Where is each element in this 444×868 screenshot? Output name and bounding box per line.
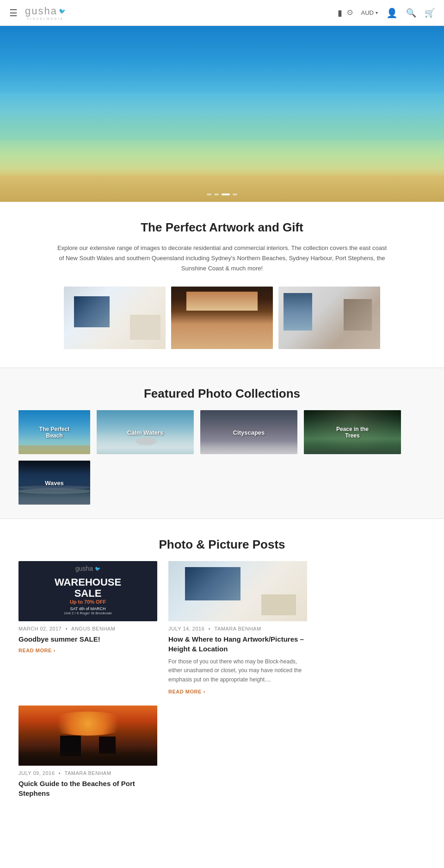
- account-icon[interactable]: 👤: [386, 7, 398, 19]
- social-icons: ▮ ⊙: [338, 8, 353, 18]
- read-more-2[interactable]: READ MORE ›: [168, 689, 307, 694]
- blog-post-title-2[interactable]: How & Where to Hang Artwork/Pictures – H…: [168, 634, 307, 654]
- blog-post-title-3[interactable]: Quick Guide to the Beaches of Port Steph…: [18, 779, 157, 798]
- blog-image-warehouse[interactable]: gusha 🐦 WAREHOUSESALE Up to 70% OFF SAT …: [18, 561, 157, 621]
- search-icon[interactable]: 🔍: [406, 8, 416, 18]
- header-right: ▮ ⊙ AUD ▾ 👤 🔍 🛒: [338, 7, 435, 19]
- chevron-down-icon: ▾: [376, 10, 378, 15]
- blog-date-2: JULY 14, 2016: [168, 626, 204, 631]
- cart-icon[interactable]: 🛒: [425, 8, 435, 18]
- menu-icon[interactable]: ☰: [9, 7, 18, 19]
- intro-description: Explore our extensive range of images to…: [56, 243, 388, 274]
- collection-card-city[interactable]: Cityscapes: [200, 410, 297, 454]
- warehouse-sale-text: WAREHOUSESALE: [55, 577, 121, 599]
- site-header: ☰ gusha 🐦 visualmedia ▮ ⊙ AUD ▾ 👤 🔍 🛒: [0, 0, 444, 26]
- read-more-1[interactable]: READ MORE ›: [18, 648, 157, 653]
- hero-dot-4[interactable]: [233, 194, 237, 195]
- blog-meta-2: JULY 14, 2016 • TAMARA BENHAM: [168, 626, 307, 631]
- blog-post-title-1[interactable]: Goodbye summer SALE!: [18, 634, 157, 644]
- warehouse-date-text: SAT 4th of MARCH: [55, 606, 121, 611]
- hero-dot-3[interactable]: [222, 194, 230, 195]
- chevron-right-icon-1: ›: [54, 648, 56, 653]
- blog-excerpt-2: For those of you out there who may be Bl…: [168, 657, 307, 684]
- hero-dots: [207, 194, 237, 195]
- currency-text: AUD: [361, 9, 374, 16]
- collection-card-calm[interactable]: Calm Waters: [97, 410, 194, 454]
- collections-section: Featured Photo Collections The PerfectBe…: [0, 368, 444, 518]
- header-left: ☰ gusha 🐦 visualmedia: [9, 5, 66, 20]
- bullet-1: •: [66, 626, 68, 631]
- interior-card-1[interactable]: [64, 287, 166, 349]
- intro-title: The Perfect Artwork and Gift: [28, 220, 416, 235]
- bullet-2: •: [209, 626, 210, 631]
- interior-grid: [28, 287, 416, 349]
- collection-label-waves: Waves: [45, 479, 64, 486]
- logo-subtext: visualmedia: [25, 17, 66, 20]
- blog-author-1: ANGUS BENHAM: [71, 626, 115, 631]
- blog-grid: gusha 🐦 WAREHOUSESALE Up to 70% OFF SAT …: [18, 561, 426, 694]
- logo-bird-icon: 🐦: [59, 8, 66, 14]
- blog-date-3: JULY 09, 2016: [18, 770, 55, 776]
- bullet-3: •: [59, 770, 61, 776]
- collection-label-calm: Calm Waters: [127, 429, 163, 436]
- collection-label-city: Cityscapes: [233, 429, 265, 436]
- interior-card-2[interactable]: [171, 287, 273, 349]
- collections-grid: The PerfectBeach Calm Waters Cityscapes …: [18, 410, 426, 454]
- blog-card-warehouse: gusha 🐦 WAREHOUSESALE Up to 70% OFF SAT …: [18, 561, 157, 694]
- warehouse-discount-text: Up to 70% OFF: [55, 599, 121, 605]
- collections-title: Featured Photo Collections: [18, 387, 426, 401]
- blog-image-beaches[interactable]: [18, 706, 157, 766]
- blog-meta-1: MARCH 02, 2017 • ANGUS BENHAM: [18, 626, 157, 631]
- collection-card-peace[interactable]: Peace in theTrees: [304, 410, 401, 454]
- instagram-icon[interactable]: ⊙: [347, 8, 353, 18]
- intro-section: The Perfect Artwork and Gift Explore our…: [0, 202, 444, 368]
- logo[interactable]: gusha 🐦 visualmedia: [25, 5, 66, 20]
- hero-dot-2[interactable]: [214, 194, 219, 195]
- blog-card-hang: JULY 14, 2016 • TAMARA BENHAM How & Wher…: [168, 561, 307, 694]
- blog-author-3: TAMARA BENHAM: [65, 770, 111, 776]
- blog-card-beaches: JULY 09, 2016 • TAMARA BENHAM Quick Guid…: [18, 706, 157, 798]
- collection-card-beach[interactable]: The PerfectBeach: [18, 410, 90, 454]
- blog-author-2: TAMARA BENHAM: [215, 626, 261, 631]
- collection-card-waves[interactable]: Waves: [18, 461, 90, 505]
- blog-image-hang[interactable]: [168, 561, 307, 621]
- currency-selector[interactable]: AUD ▾: [361, 9, 378, 16]
- collection-label-peace: Peace in theTrees: [336, 426, 369, 439]
- facebook-icon[interactable]: ▮: [338, 8, 342, 18]
- hero-dot-1[interactable]: [207, 194, 211, 195]
- collections-row-2: Waves: [18, 461, 426, 505]
- hero-banner: [0, 26, 444, 202]
- logo-text: gusha: [25, 5, 57, 17]
- blog-date-1: MARCH 02, 2017: [18, 626, 62, 631]
- chevron-right-icon-2: ›: [204, 689, 205, 694]
- warehouse-address: Unit 2 / 6 Roger St Brookvale: [55, 611, 121, 615]
- blog-title: Photo & Picture Posts: [18, 537, 426, 552]
- blog-meta-3: JULY 09, 2016 • TAMARA BENHAM: [18, 770, 157, 776]
- interior-card-3[interactable]: [278, 287, 380, 349]
- blog-section: Photo & Picture Posts gusha 🐦 WAREHOUSES…: [0, 519, 444, 820]
- collection-label-beach: The PerfectBeach: [39, 426, 69, 439]
